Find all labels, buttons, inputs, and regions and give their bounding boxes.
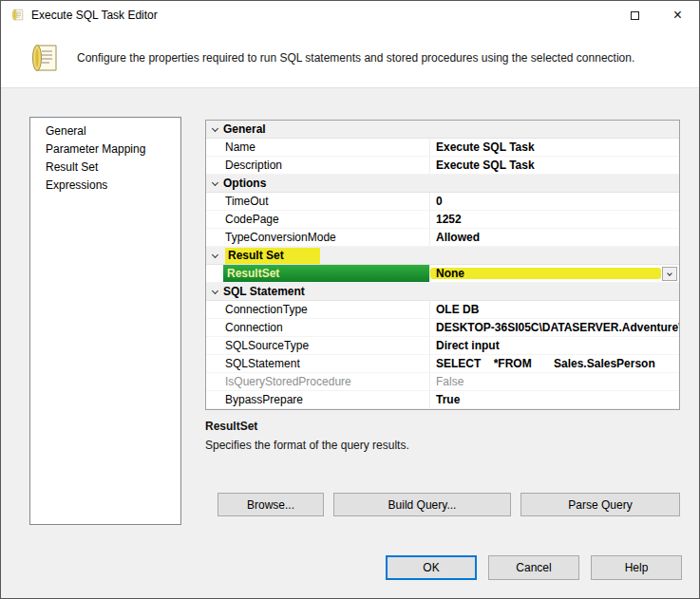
property-value[interactable]: 0 bbox=[429, 193, 679, 210]
row-indent bbox=[206, 139, 223, 156]
cancel-button[interactable]: Cancel bbox=[488, 555, 579, 580]
chevron-down-icon bbox=[667, 271, 672, 276]
sidebar-item-expressions[interactable]: Expressions bbox=[30, 177, 180, 195]
section-title: General bbox=[223, 122, 266, 136]
property-name: IsQueryStoredProcedure bbox=[223, 373, 429, 390]
browse-button[interactable]: Browse... bbox=[218, 493, 324, 516]
row-indent bbox=[206, 265, 223, 282]
maximize-button[interactable] bbox=[614, 1, 656, 29]
property-value[interactable]: Allowed bbox=[429, 229, 679, 246]
row-indent bbox=[206, 193, 223, 210]
row-indent bbox=[206, 301, 223, 318]
row-indent bbox=[206, 157, 223, 174]
row-indent bbox=[206, 337, 223, 354]
property-row-typeconversionmode[interactable]: TypeConversionMode Allowed bbox=[206, 229, 679, 247]
sql-task-icon-large bbox=[26, 42, 60, 76]
execute-sql-task-editor-dialog: Execute SQL Task Editor × Configure the … bbox=[0, 0, 700, 599]
property-name: TimeOut bbox=[223, 193, 429, 210]
sidebar-item-parameter-mapping[interactable]: Parameter Mapping bbox=[30, 140, 180, 159]
property-row-sqlsourcetype[interactable]: SQLSourceType Direct input bbox=[206, 337, 679, 355]
property-name: SQLSourceType bbox=[223, 337, 429, 354]
property-name: ConnectionType bbox=[223, 301, 429, 318]
row-indent bbox=[206, 211, 223, 228]
chevron-down-icon bbox=[206, 254, 223, 257]
resultset-dropdown-button[interactable] bbox=[662, 267, 677, 281]
row-indent bbox=[206, 373, 223, 390]
property-row-codepage[interactable]: CodePage 1252 bbox=[206, 211, 679, 229]
property-name: Name bbox=[223, 139, 429, 156]
property-row-isquerystoredprocedure[interactable]: IsQueryStoredProcedure False bbox=[206, 373, 679, 391]
resultset-value-cell[interactable]: None bbox=[429, 265, 679, 282]
chevron-down-icon bbox=[206, 290, 223, 293]
chevron-down-icon bbox=[206, 182, 223, 185]
property-value[interactable]: True bbox=[429, 391, 679, 408]
section-header-options[interactable]: Options bbox=[206, 175, 679, 193]
property-name: Connection bbox=[223, 319, 429, 336]
property-name: SQLStatement bbox=[223, 355, 429, 372]
property-row-connection[interactable]: Connection DESKTOP-36SI05C\DATASERVER.Ad… bbox=[206, 319, 679, 337]
row-indent bbox=[206, 391, 223, 408]
dialog-header: Configure the properties required to run… bbox=[1, 29, 699, 88]
help-pane-text: Specifies the format of the query result… bbox=[205, 439, 680, 452]
section-header-result-set[interactable]: Result Set bbox=[206, 247, 679, 265]
row-indent bbox=[206, 355, 223, 372]
row-indent bbox=[206, 319, 223, 336]
maximize-icon bbox=[631, 11, 639, 20]
property-row-description[interactable]: Description Execute SQL Task bbox=[206, 157, 679, 175]
property-value: False bbox=[429, 373, 679, 390]
section-header-sql-statement[interactable]: SQL Statement bbox=[206, 283, 679, 301]
section-title: SQL Statement bbox=[223, 285, 305, 298]
property-value[interactable]: DESKTOP-36SI05C\DATASERVER.AdventureW bbox=[429, 319, 679, 336]
ok-button[interactable]: OK bbox=[386, 555, 477, 580]
property-value[interactable]: Direct input bbox=[429, 337, 679, 354]
help-pane-title: ResultSet bbox=[205, 420, 680, 433]
property-row-resultset[interactable]: ResultSet None bbox=[206, 265, 679, 283]
property-value[interactable]: Execute SQL Task bbox=[429, 139, 679, 156]
yellow-highlight-streak bbox=[430, 268, 661, 279]
sidebar-item-result-set[interactable]: Result Set bbox=[30, 159, 180, 177]
property-name: CodePage bbox=[223, 211, 429, 228]
property-help-pane: ResultSet Specifies the format of the qu… bbox=[205, 420, 680, 452]
row-indent bbox=[206, 229, 223, 246]
property-row-connectiontype[interactable]: ConnectionType OLE DB bbox=[206, 301, 679, 319]
dialog-description: Configure the properties required to run… bbox=[77, 51, 675, 65]
title-bar: Execute SQL Task Editor × bbox=[1, 1, 699, 29]
property-value[interactable]: 1252 bbox=[429, 211, 679, 228]
property-row-sqlstatement[interactable]: SQLStatement SELECT *FROM Sales.SalesPer… bbox=[206, 355, 679, 373]
build-query-button[interactable]: Build Query... bbox=[333, 493, 511, 516]
chevron-down-icon bbox=[206, 128, 223, 131]
help-button[interactable]: Help bbox=[591, 555, 682, 580]
parse-query-button[interactable]: Parse Query bbox=[520, 493, 680, 516]
property-name-highlighted: ResultSet bbox=[223, 265, 429, 282]
sidebar-item-general[interactable]: General bbox=[30, 122, 180, 140]
section-title: Options bbox=[223, 177, 266, 190]
property-row-name[interactable]: Name Execute SQL Task bbox=[206, 139, 679, 157]
section-header-general[interactable]: General bbox=[206, 121, 679, 139]
section-title-highlighted: Result Set bbox=[225, 248, 320, 264]
resultset-value: None bbox=[436, 267, 464, 280]
navigation-list: General Parameter Mapping Result Set Exp… bbox=[29, 117, 181, 525]
property-row-bypassprepare[interactable]: BypassPrepare True bbox=[206, 391, 679, 409]
close-button[interactable]: × bbox=[656, 1, 699, 29]
property-name: TypeConversionMode bbox=[223, 229, 429, 246]
property-grid: General Name Execute SQL Task Descriptio… bbox=[205, 120, 680, 410]
property-value[interactable]: SELECT *FROM Sales.SalesPerson bbox=[429, 355, 679, 372]
property-value[interactable]: OLE DB bbox=[429, 301, 679, 318]
property-name: BypassPrepare bbox=[223, 391, 429, 408]
sql-task-icon bbox=[9, 8, 25, 23]
close-icon: × bbox=[673, 7, 682, 24]
property-name: Description bbox=[223, 157, 429, 174]
property-row-timeout[interactable]: TimeOut 0 bbox=[206, 193, 679, 211]
window-title: Execute SQL Task Editor bbox=[31, 9, 158, 22]
property-value[interactable]: Execute SQL Task bbox=[429, 157, 679, 174]
